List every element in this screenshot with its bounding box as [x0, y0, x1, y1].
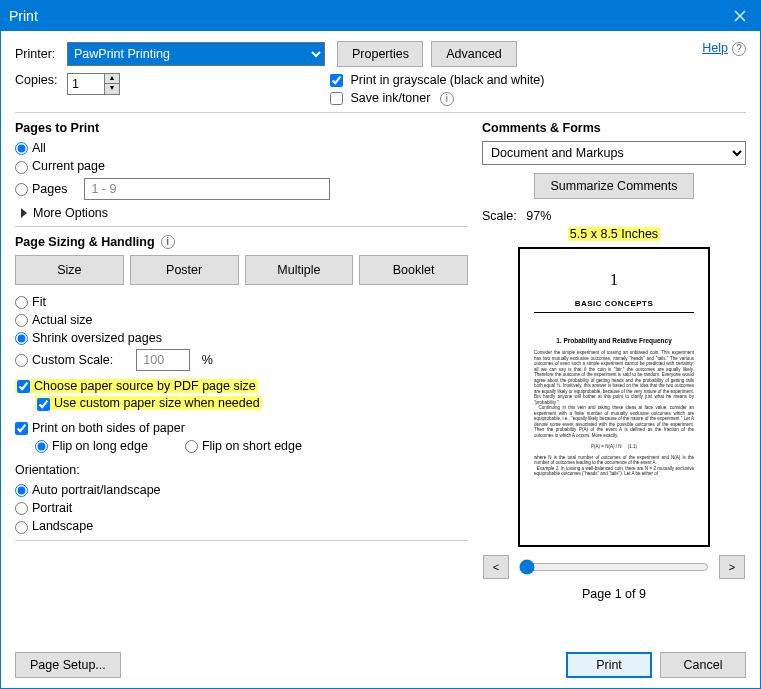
comments-forms-title: Comments & Forms: [482, 121, 746, 135]
grayscale-checkbox[interactable]: [330, 74, 343, 87]
pages-all-label[interactable]: All: [15, 141, 46, 155]
titlebar: Print: [1, 1, 760, 31]
pages-range-input[interactable]: [84, 178, 330, 200]
both-sides-checkbox[interactable]: [15, 422, 28, 435]
saveink-checkbox-label[interactable]: Save ink/toner: [330, 91, 434, 105]
flip-long-label[interactable]: Flip on long edge: [35, 439, 148, 453]
info-icon: i: [440, 92, 454, 106]
close-icon: [734, 10, 746, 22]
pages-current-radio[interactable]: [15, 161, 28, 174]
orient-portrait-radio[interactable]: [15, 502, 28, 515]
use-custom-paper-checkbox[interactable]: [37, 398, 50, 411]
advanced-button[interactable]: Advanced: [431, 41, 517, 67]
summarize-comments-button[interactable]: Summarize Comments: [534, 173, 694, 199]
preview-dimensions: 5.5 x 8.5 Inches: [568, 227, 660, 241]
help-link[interactable]: Help?: [702, 41, 746, 56]
fit-label[interactable]: Fit: [15, 295, 46, 309]
custom-scale-label[interactable]: Custom Scale:: [15, 353, 113, 367]
more-options-toggle[interactable]: More Options: [15, 206, 468, 220]
info-icon: i: [161, 235, 175, 249]
size-tab-button[interactable]: Size: [15, 255, 124, 285]
preview-subheading: 1. Probability and Relative Frequency: [534, 337, 694, 344]
custom-scale-input[interactable]: [136, 349, 190, 371]
close-button[interactable]: [720, 1, 760, 31]
multiple-tab-button[interactable]: Multiple: [245, 255, 354, 285]
scale-label: Scale:: [482, 209, 517, 223]
pages-current-label[interactable]: Current page: [15, 159, 105, 173]
copies-input[interactable]: [67, 73, 105, 95]
spinner-up-icon[interactable]: ▲: [105, 74, 119, 84]
preview-page-number: 1: [534, 271, 694, 289]
expand-icon: [21, 208, 27, 218]
print-button[interactable]: Print: [566, 652, 652, 678]
spinner-down-icon[interactable]: ▼: [105, 84, 119, 94]
custom-scale-radio[interactable]: [15, 354, 28, 367]
print-dialog: Print Help? Printer: PawPrint Printing P…: [0, 0, 761, 689]
use-custom-paper-label[interactable]: Use custom paper size when needed: [35, 396, 262, 410]
orientation-title: Orientation:: [15, 463, 468, 477]
saveink-checkbox[interactable]: [330, 92, 343, 105]
fit-radio[interactable]: [15, 296, 28, 309]
both-sides-label[interactable]: Print on both sides of paper: [15, 421, 185, 435]
scale-value: 97%: [526, 209, 551, 223]
preview-page-title: BASIC CONCEPTS: [534, 299, 694, 308]
shrink-label[interactable]: Shrink oversized pages: [15, 331, 162, 345]
orient-portrait-label[interactable]: Portrait: [15, 501, 72, 515]
page-setup-button[interactable]: Page Setup...: [15, 652, 121, 678]
choose-paper-checkbox[interactable]: [17, 380, 30, 393]
cancel-button[interactable]: Cancel: [660, 652, 746, 678]
flip-long-radio[interactable]: [35, 440, 48, 453]
flip-short-label[interactable]: Flip on short edge: [185, 439, 302, 453]
sizing-title: Page Sizing & Handlingi: [15, 235, 468, 249]
preview-body-text: Consider the simple experiment of tossin…: [534, 350, 694, 477]
actual-label[interactable]: Actual size: [15, 313, 92, 327]
actual-radio[interactable]: [15, 314, 28, 327]
grayscale-checkbox-label[interactable]: Print in grayscale (black and white): [330, 73, 544, 87]
copies-label: Copies:: [15, 73, 67, 87]
orient-landscape-label[interactable]: Landscape: [15, 519, 93, 533]
preview-thumbnail: 1 BASIC CONCEPTS 1. Probability and Rela…: [518, 247, 710, 547]
printer-select[interactable]: PawPrint Printing: [67, 42, 325, 66]
preview-next-button[interactable]: >: [719, 555, 745, 579]
booklet-tab-button[interactable]: Booklet: [359, 255, 468, 285]
pages-range-radio[interactable]: [15, 183, 28, 196]
pages-to-print-title: Pages to Print: [15, 121, 468, 135]
orient-auto-radio[interactable]: [15, 484, 28, 497]
choose-paper-label[interactable]: Choose paper source by PDF page size: [15, 379, 258, 393]
pages-all-radio[interactable]: [15, 142, 28, 155]
window-title: Print: [9, 8, 720, 24]
percent-label: %: [202, 353, 213, 367]
poster-tab-button[interactable]: Poster: [130, 255, 239, 285]
printer-label: Printer:: [15, 47, 67, 61]
copies-spinner[interactable]: ▲ ▼: [105, 73, 120, 95]
preview-page-of: Page 1 of 9: [482, 587, 746, 601]
pages-range-label[interactable]: Pages: [15, 182, 67, 196]
preview-slider[interactable]: [519, 559, 709, 575]
properties-button[interactable]: Properties: [337, 41, 423, 67]
preview-prev-button[interactable]: <: [483, 555, 509, 579]
orient-auto-label[interactable]: Auto portrait/landscape: [15, 483, 161, 497]
flip-short-radio[interactable]: [185, 440, 198, 453]
shrink-radio[interactable]: [15, 332, 28, 345]
comments-forms-select[interactable]: Document and Markups: [482, 141, 746, 165]
orient-landscape-radio[interactable]: [15, 521, 28, 534]
help-icon: ?: [732, 42, 746, 56]
